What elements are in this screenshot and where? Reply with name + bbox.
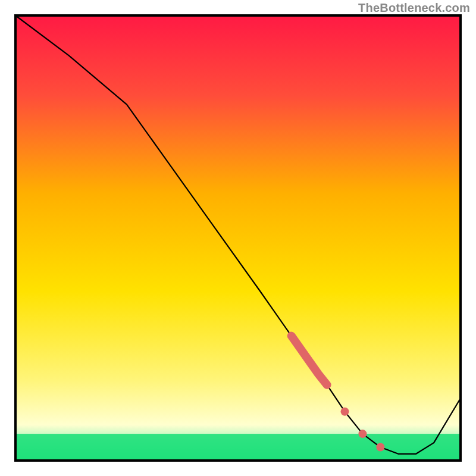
highlight-dot — [341, 408, 349, 416]
highlight-dot — [376, 443, 384, 452]
bottleneck-chart: TheBottleneck.com — [0, 0, 476, 476]
chart-background — [15, 15, 461, 461]
chart-bottom-band — [15, 434, 461, 461]
watermark-text: TheBottleneck.com — [358, 1, 470, 15]
highlight-dot — [358, 430, 367, 438]
chart-canvas — [0, 0, 476, 476]
